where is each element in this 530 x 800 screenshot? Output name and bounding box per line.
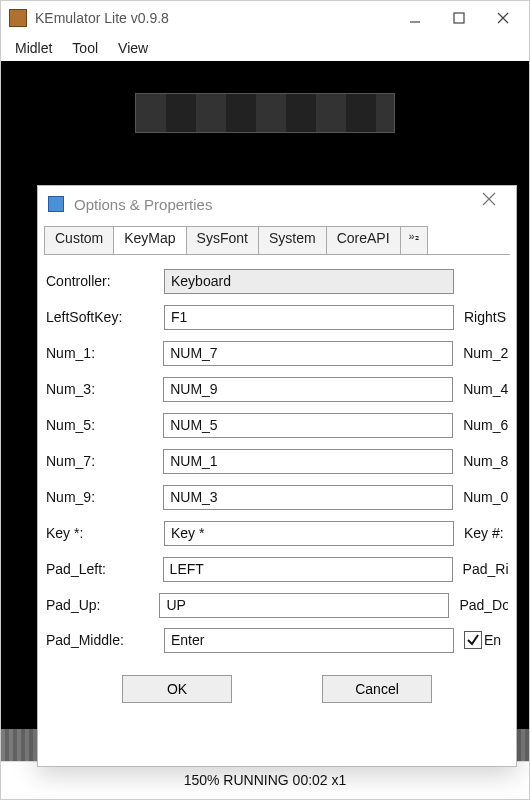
close-icon [497,12,509,24]
dialog-title: Options & Properties [74,196,482,213]
label-padmiddle: Pad_Middle: [46,632,164,648]
row-num9: Num_9: NUM_3 Num_0 [46,479,508,515]
label-padup: Pad_Up: [46,597,159,613]
label-paddown-partial: Pad_Do [459,597,508,613]
emulator-canvas[interactable]: Options & Properties Custom KeyMap SysFo… [1,61,529,761]
menubar: Midlet Tool View [1,35,529,61]
app-icon [9,9,27,27]
tab-system[interactable]: System [258,226,327,254]
dropdown-controller[interactable]: Keyboard [164,269,454,294]
row-controller: Controller: Keyboard [46,263,508,299]
tab-sysfont[interactable]: SysFont [186,226,259,254]
maximize-button[interactable] [437,1,481,35]
label-num2-partial: Num_2 [463,345,508,361]
label-num6-partial: Num_6 [463,417,508,433]
row-padup: Pad_Up: UP Pad_Do [46,587,508,623]
input-keystar[interactable]: Key * [164,521,454,546]
label-num5: Num_5: [46,417,163,433]
label-padleft: Pad_Left: [46,561,163,577]
label-num7: Num_7: [46,453,163,469]
checkbox-enable[interactable] [464,631,482,649]
window-title: KEmulator Lite v0.9.8 [35,10,393,26]
options-dialog: Options & Properties Custom KeyMap SysFo… [37,185,517,767]
check-icon [467,634,479,646]
row-num7: Num_7: NUM_1 Num_8 [46,443,508,479]
dialog-titlebar[interactable]: Options & Properties [38,186,516,222]
input-num7[interactable]: NUM_1 [163,449,453,474]
row-num3: Num_3: NUM_9 Num_4 [46,371,508,407]
tab-custom[interactable]: Custom [44,226,114,254]
ok-button[interactable]: OK [122,675,232,703]
menu-midlet[interactable]: Midlet [7,38,60,58]
row-num5: Num_5: NUM_5 Num_6 [46,407,508,443]
game-tile-art [135,93,395,133]
dialog-button-row: OK Cancel [38,661,516,711]
close-button[interactable] [481,1,525,35]
checkbox-wrapper: En [464,631,501,649]
label-keystar: Key *: [46,525,164,541]
dialog-close-button[interactable] [482,192,506,216]
keymap-form: Controller: Keyboard LeftSoftKey: F1 Rig… [38,255,516,661]
input-padmiddle[interactable]: Enter [164,628,454,653]
minimize-button[interactable] [393,1,437,35]
cancel-button[interactable]: Cancel [322,675,432,703]
tab-keymap[interactable]: KeyMap [113,226,186,254]
titlebar: KEmulator Lite v0.9.8 [1,1,529,35]
label-num9: Num_9: [46,489,163,505]
label-num1: Num_1: [46,345,163,361]
label-keyhash-partial: Key #: [464,525,504,541]
input-num9[interactable]: NUM_3 [163,485,453,510]
label-enable-partial: En [484,632,501,648]
row-padmiddle: Pad_Middle: Enter En [46,623,508,657]
menu-tool[interactable]: Tool [64,38,106,58]
status-text: 150% RUNNING 00:02 x1 [184,772,347,788]
input-num5[interactable]: NUM_5 [163,413,453,438]
row-leftsoftkey: LeftSoftKey: F1 RightS [46,299,508,335]
row-num1: Num_1: NUM_7 Num_2 [46,335,508,371]
maximize-icon [453,12,465,24]
input-num1[interactable]: NUM_7 [163,341,453,366]
tab-more[interactable]: »₂ [400,226,428,254]
dialog-icon [48,196,64,212]
label-num3: Num_3: [46,381,163,397]
row-padleft: Pad_Left: LEFT Pad_Ri [46,551,508,587]
row-keystar: Key *: Key * Key #: [46,515,508,551]
label-num8-partial: Num_8 [463,453,508,469]
close-icon [482,192,496,206]
input-padup[interactable]: UP [159,593,449,618]
label-controller: Controller: [46,273,164,289]
dialog-tabs: Custom KeyMap SysFont System CoreAPI »₂ [44,226,510,254]
tab-coreapi[interactable]: CoreAPI [326,226,401,254]
minimize-icon [409,12,421,24]
label-rightsoftkey-partial: RightS [464,309,506,325]
svg-rect-1 [454,13,464,23]
label-num0-partial: Num_0 [463,489,508,505]
label-num4-partial: Num_4 [463,381,508,397]
input-padleft[interactable]: LEFT [163,557,453,582]
label-leftsoftkey: LeftSoftKey: [46,309,164,325]
input-leftsoftkey[interactable]: F1 [164,305,454,330]
label-padright-partial: Pad_Ri [463,561,508,577]
menu-view[interactable]: View [110,38,156,58]
input-num3[interactable]: NUM_9 [163,377,453,402]
